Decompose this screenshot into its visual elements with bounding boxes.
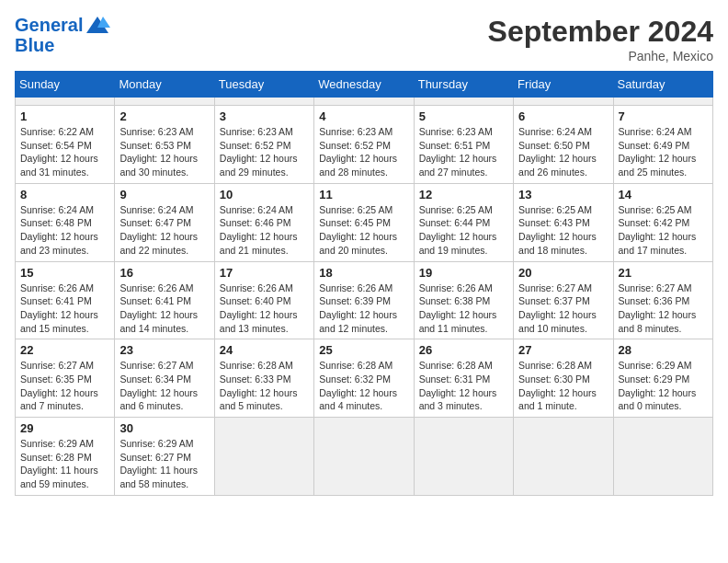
table-row: 23Sunrise: 6:27 AMSunset: 6:34 PMDayligh…	[115, 339, 214, 418]
day-number: 9	[119, 188, 209, 201]
col-monday: Monday	[115, 72, 214, 98]
day-detail: Sunrise: 6:27 AMSunset: 6:34 PMDaylight:…	[119, 359, 209, 413]
day-number: 19	[419, 266, 508, 280]
table-row: 15Sunrise: 6:26 AMSunset: 6:41 PMDayligh…	[16, 261, 115, 339]
table-row	[514, 98, 613, 106]
day-number: 25	[319, 343, 408, 357]
table-row: 10Sunrise: 6:24 AMSunset: 6:46 PMDayligh…	[214, 183, 313, 261]
day-detail: Sunrise: 6:25 AMSunset: 6:43 PMDaylight:…	[518, 203, 608, 258]
table-row: 21Sunrise: 6:27 AMSunset: 6:36 PMDayligh…	[613, 261, 712, 339]
day-number: 10	[220, 188, 309, 201]
col-thursday: Thursday	[414, 72, 513, 98]
day-detail: Sunrise: 6:24 AMSunset: 6:46 PMDaylight:…	[220, 203, 309, 258]
month-title: September 2024	[488, 15, 713, 49]
day-number: 5	[419, 109, 508, 123]
day-number: 11	[319, 188, 408, 201]
day-number: 17	[220, 266, 309, 280]
day-detail: Sunrise: 6:28 AMSunset: 6:30 PMDaylight:…	[518, 359, 608, 413]
table-row: 7Sunrise: 6:24 AMSunset: 6:49 PMDaylight…	[613, 106, 712, 184]
col-wednesday: Wednesday	[314, 72, 414, 98]
day-number: 12	[419, 188, 508, 201]
day-detail: Sunrise: 6:28 AMSunset: 6:31 PMDaylight:…	[419, 359, 508, 413]
table-row: 9Sunrise: 6:24 AMSunset: 6:47 PMDaylight…	[115, 183, 214, 261]
table-row: 12Sunrise: 6:25 AMSunset: 6:44 PMDayligh…	[414, 183, 513, 261]
day-detail: Sunrise: 6:24 AMSunset: 6:49 PMDaylight:…	[619, 125, 708, 179]
day-detail: Sunrise: 6:22 AMSunset: 6:54 PMDaylight:…	[20, 125, 109, 179]
table-row: 22Sunrise: 6:27 AMSunset: 6:35 PMDayligh…	[16, 339, 115, 418]
day-number: 2	[119, 109, 209, 123]
table-row	[613, 418, 712, 496]
day-detail: Sunrise: 6:28 AMSunset: 6:32 PMDaylight:…	[319, 359, 408, 413]
day-detail: Sunrise: 6:23 AMSunset: 6:53 PMDaylight:…	[119, 125, 209, 179]
calendar-header-row: Sunday Monday Tuesday Wednesday Thursday…	[16, 72, 713, 98]
table-row: 4Sunrise: 6:23 AMSunset: 6:52 PMDaylight…	[314, 106, 414, 184]
table-row: 20Sunrise: 6:27 AMSunset: 6:37 PMDayligh…	[514, 261, 613, 339]
day-number: 15	[20, 266, 109, 280]
calendar-week-row: 22Sunrise: 6:27 AMSunset: 6:35 PMDayligh…	[16, 339, 713, 418]
logo-icon	[85, 15, 110, 35]
day-detail: Sunrise: 6:27 AMSunset: 6:37 PMDaylight:…	[518, 282, 608, 336]
col-friday: Friday	[514, 72, 613, 98]
table-row: 30Sunrise: 6:29 AMSunset: 6:27 PMDayligh…	[115, 418, 214, 496]
calendar-week-row: 8Sunrise: 6:24 AMSunset: 6:48 PMDaylight…	[16, 183, 713, 261]
day-number: 20	[518, 266, 608, 280]
day-detail: Sunrise: 6:27 AMSunset: 6:36 PMDaylight:…	[619, 282, 708, 336]
table-row: 28Sunrise: 6:29 AMSunset: 6:29 PMDayligh…	[613, 339, 712, 418]
calendar-body: 1Sunrise: 6:22 AMSunset: 6:54 PMDaylight…	[16, 98, 713, 496]
table-row	[514, 418, 613, 496]
day-number: 21	[619, 266, 708, 280]
day-detail: Sunrise: 6:28 AMSunset: 6:33 PMDaylight:…	[220, 359, 309, 413]
day-number: 4	[319, 109, 408, 123]
day-detail: Sunrise: 6:25 AMSunset: 6:44 PMDaylight:…	[419, 203, 508, 258]
table-row: 1Sunrise: 6:22 AMSunset: 6:54 PMDaylight…	[16, 106, 115, 184]
table-row	[214, 418, 313, 496]
day-detail: Sunrise: 6:23 AMSunset: 6:52 PMDaylight:…	[220, 125, 309, 179]
table-row: 27Sunrise: 6:28 AMSunset: 6:30 PMDayligh…	[514, 339, 613, 418]
table-row	[16, 98, 115, 106]
day-number: 16	[119, 266, 209, 280]
day-detail: Sunrise: 6:26 AMSunset: 6:38 PMDaylight:…	[419, 282, 508, 336]
day-detail: Sunrise: 6:23 AMSunset: 6:52 PMDaylight:…	[319, 125, 408, 179]
table-row: 16Sunrise: 6:26 AMSunset: 6:41 PMDayligh…	[115, 261, 214, 339]
table-row	[613, 98, 712, 106]
table-row: 25Sunrise: 6:28 AMSunset: 6:32 PMDayligh…	[314, 339, 414, 418]
day-number: 13	[518, 188, 608, 201]
table-row: 26Sunrise: 6:28 AMSunset: 6:31 PMDayligh…	[414, 339, 513, 418]
day-number: 18	[319, 266, 408, 280]
day-number: 22	[20, 343, 109, 357]
day-number: 7	[619, 109, 708, 123]
day-number: 29	[20, 421, 109, 435]
day-detail: Sunrise: 6:29 AMSunset: 6:28 PMDaylight:…	[20, 437, 109, 491]
table-row: 19Sunrise: 6:26 AMSunset: 6:38 PMDayligh…	[414, 261, 513, 339]
table-row	[115, 98, 214, 106]
day-number: 26	[419, 343, 508, 357]
day-detail: Sunrise: 6:26 AMSunset: 6:41 PMDaylight:…	[119, 282, 209, 336]
day-detail: Sunrise: 6:23 AMSunset: 6:51 PMDaylight:…	[419, 125, 508, 179]
calendar-week-row: 15Sunrise: 6:26 AMSunset: 6:41 PMDayligh…	[16, 261, 713, 339]
day-detail: Sunrise: 6:24 AMSunset: 6:48 PMDaylight:…	[20, 203, 109, 258]
calendar-week-row: 29Sunrise: 6:29 AMSunset: 6:28 PMDayligh…	[16, 418, 713, 496]
col-saturday: Saturday	[613, 72, 712, 98]
day-number: 27	[518, 343, 608, 357]
day-number: 8	[20, 188, 109, 201]
day-number: 24	[220, 343, 309, 357]
day-detail: Sunrise: 6:29 AMSunset: 6:27 PMDaylight:…	[119, 437, 209, 491]
day-detail: Sunrise: 6:26 AMSunset: 6:41 PMDaylight:…	[20, 282, 109, 336]
day-detail: Sunrise: 6:25 AMSunset: 6:42 PMDaylight:…	[619, 203, 708, 258]
table-row: 11Sunrise: 6:25 AMSunset: 6:45 PMDayligh…	[314, 183, 414, 261]
title-block: September 2024 Panhe, Mexico	[488, 15, 713, 63]
table-row	[414, 418, 513, 496]
table-row: 5Sunrise: 6:23 AMSunset: 6:51 PMDaylight…	[414, 106, 513, 184]
day-number: 30	[119, 421, 209, 435]
table-row: 24Sunrise: 6:28 AMSunset: 6:33 PMDayligh…	[214, 339, 313, 418]
table-row	[314, 418, 414, 496]
logo-text: General	[15, 15, 83, 35]
calendar-week-row: 1Sunrise: 6:22 AMSunset: 6:54 PMDaylight…	[16, 106, 713, 184]
table-row: 3Sunrise: 6:23 AMSunset: 6:52 PMDaylight…	[214, 106, 313, 184]
table-row: 18Sunrise: 6:26 AMSunset: 6:39 PMDayligh…	[314, 261, 414, 339]
table-row: 14Sunrise: 6:25 AMSunset: 6:42 PMDayligh…	[613, 183, 712, 261]
table-row: 6Sunrise: 6:24 AMSunset: 6:50 PMDaylight…	[514, 106, 613, 184]
logo: General Blue	[15, 15, 110, 55]
col-tuesday: Tuesday	[214, 72, 313, 98]
day-number: 1	[20, 109, 109, 123]
